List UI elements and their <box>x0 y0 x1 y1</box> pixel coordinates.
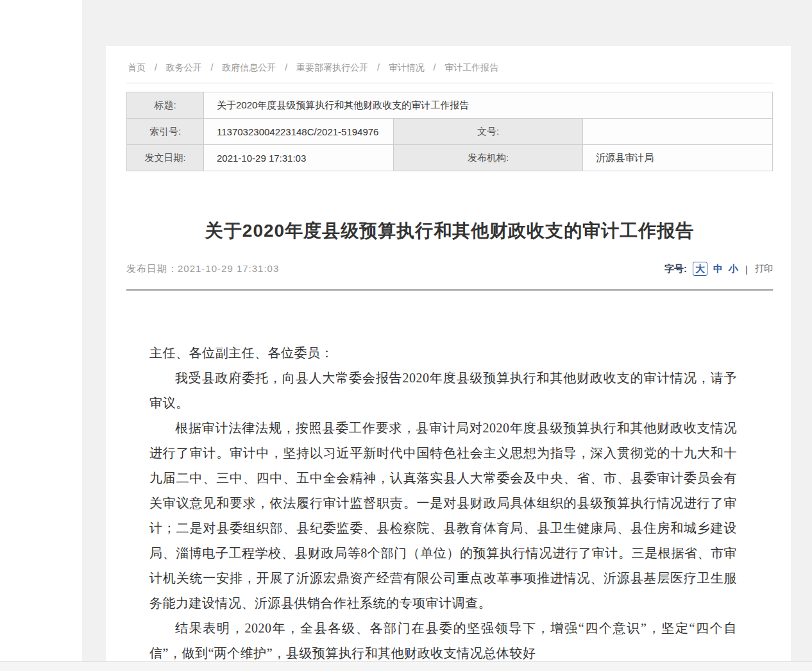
breadcrumb-audit-status[interactable]: 审计情况 <box>389 62 425 72</box>
paragraph: 结果表明，2020年，全县各级、各部门在县委的坚强领导下，增强“四个意识”，坚定… <box>149 616 737 666</box>
table-row: 索引号: 11370323004223148C/2021-5194976 文号: <box>127 119 773 145</box>
paragraph: 我受县政府委托，向县人大常委会报告2020年度县级预算执行和其他财政收支的审计情… <box>149 366 737 416</box>
issue-date-value-cell: 2021-10-29 17:31:03 <box>204 145 394 171</box>
table-row: 发文日期: 2021-10-29 17:31:03 发布机构: 沂源县审计局 <box>127 145 773 171</box>
doc-number-label-cell: 文号: <box>393 119 583 145</box>
font-size-medium-button[interactable]: 中 <box>713 263 723 275</box>
breadcrumb-audit-report[interactable]: 审计工作报告 <box>444 62 498 72</box>
font-size-large-button[interactable]: 大 <box>693 262 707 276</box>
breadcrumb: 首页 / 政务公开 / 政府信息公开 / 重要部署执行公开 / 审计情况 / 审… <box>126 58 773 83</box>
font-size-small-button[interactable]: 小 <box>729 263 738 275</box>
breadcrumb-gov-affairs[interactable]: 政务公开 <box>166 62 202 72</box>
article-body: 主任、各位副主任、各位委员： 我受县政府委托，向县人大常委会报告2020年度县级… <box>149 341 737 666</box>
document-info-table: 标题: 关于2020年度县级预算执行和其他财政收支的审计工作报告 索引号: 11… <box>126 92 773 171</box>
title-label-cell: 标题: <box>127 92 204 119</box>
article-meta-row: 发布日期：2021-10-29 17:31:03 字号: 大 中 小 | 打印 <box>126 262 773 282</box>
breadcrumb-separator: / <box>211 62 214 72</box>
table-row: 标题: 关于2020年度县级预算执行和其他财政收支的审计工作报告 <box>127 92 773 119</box>
print-button[interactable]: 打印 <box>755 263 773 275</box>
page: 首页 / 政务公开 / 政府信息公开 / 重要部署执行公开 / 审计情况 / 审… <box>0 0 812 671</box>
font-size-controls: 字号: 大 中 小 | 打印 <box>664 262 773 276</box>
divider: | <box>745 264 748 275</box>
doc-number-value-cell <box>583 119 773 145</box>
content-card: 首页 / 政务公开 / 政府信息公开 / 重要部署执行公开 / 审计情况 / 审… <box>106 46 791 661</box>
title-divider-rule <box>126 289 773 291</box>
title-value-cell: 关于2020年度县级预算执行和其他财政收支的审计工作报告 <box>204 92 773 119</box>
agency-label-cell: 发布机构: <box>393 145 583 171</box>
footer-band <box>0 661 812 671</box>
breadcrumb-gov-info[interactable]: 政府信息公开 <box>222 62 276 72</box>
issue-date-label-cell: 发文日期: <box>127 145 204 171</box>
page-title: 关于2020年度县级预算执行和其他财政收支的审计工作报告 <box>126 219 773 243</box>
paragraph: 根据审计法律法规，按照县委工作要求，县审计局对2020年度县级预算执行和其他财政… <box>149 416 737 616</box>
breadcrumb-home[interactable]: 首页 <box>128 62 146 72</box>
breadcrumb-separator: / <box>434 62 436 72</box>
publish-date-value: 2021-10-29 17:31:03 <box>178 263 279 274</box>
page-background-panel: 首页 / 政务公开 / 政府信息公开 / 重要部署执行公开 / 审计情况 / 审… <box>82 0 812 661</box>
publish-date-label: 发布日期： <box>126 263 178 274</box>
breadcrumb-separator: / <box>155 62 157 72</box>
index-number-value-cell: 11370323004223148C/2021-5194976 <box>204 119 394 145</box>
agency-value-cell: 沂源县审计局 <box>583 145 773 171</box>
breadcrumb-separator: / <box>377 62 380 72</box>
paragraph-salutation: 主任、各位副主任、各位委员： <box>149 341 737 366</box>
index-number-label-cell: 索引号: <box>127 119 204 145</box>
breadcrumb-key-deployment[interactable]: 重要部署执行公开 <box>296 62 368 72</box>
font-size-label: 字号: <box>664 263 687 275</box>
publish-date: 发布日期：2021-10-29 17:31:03 <box>126 263 279 275</box>
breadcrumb-separator: / <box>285 62 287 72</box>
